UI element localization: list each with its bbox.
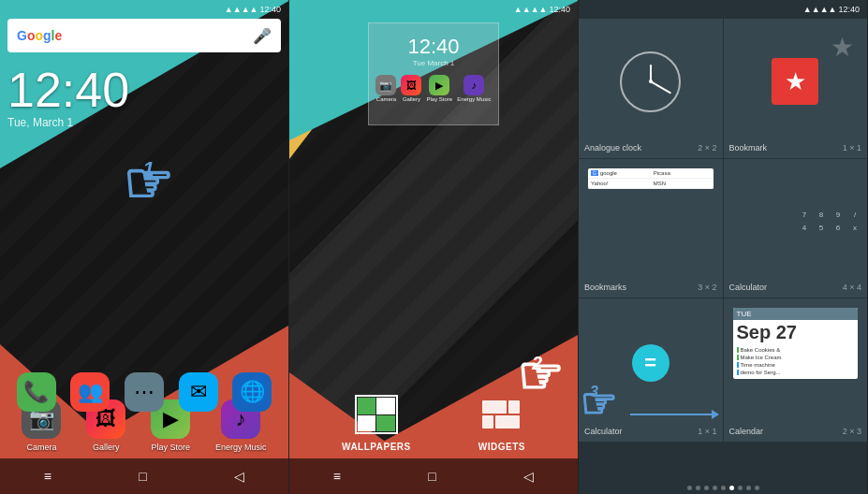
phone-app[interactable]: 📞: [17, 372, 56, 412]
calendar-preview: TUE Sep 27 Bake Cookies & Make Ice Cream…: [729, 304, 862, 423]
mic-icon[interactable]: 🎤: [253, 27, 272, 45]
back-button[interactable]: ◁: [234, 469, 244, 484]
google-logo: Google: [17, 28, 62, 43]
signal-icon: ▲▲▲▲: [225, 5, 258, 14]
bookmarks-widget-name: Bookmarks: [584, 283, 626, 292]
wp-cell4: [376, 415, 395, 432]
wg-row1: [482, 400, 522, 414]
browser-icon: 🌐: [232, 372, 272, 412]
p3-dot-2: [696, 486, 700, 490]
p2-status-bar: ▲▲▲▲ 12:40: [289, 0, 578, 19]
p2-menu-button[interactable]: ≡: [333, 469, 341, 484]
p3-dot-7: [738, 486, 743, 490]
clock-widget: 12:40 Tue, March 1: [7, 65, 129, 129]
calculator-keys: 7 8 9 / 4 5 6 x: [729, 209, 862, 235]
cal-header: TUE: [733, 308, 859, 320]
cal-event-3: Time machine: [737, 362, 855, 368]
preview-gallery-icon: 🖼: [401, 75, 421, 95]
widget-cell-calendar[interactable]: TUE Sep 27 Bake Cookies & Make Ice Cream…: [724, 298, 868, 442]
preview-camera-label: Camera: [376, 96, 396, 102]
p2-signal: ▲▲▲▲: [514, 5, 548, 14]
home-button[interactable]: □: [139, 469, 146, 484]
preview-gallery-label: Gallery: [403, 96, 420, 102]
hand-icon-3: ☞: [581, 380, 617, 426]
analogue-clock-widget: [620, 51, 681, 112]
email-app[interactable]: ✉: [179, 372, 218, 412]
calc-key-4: 4: [798, 223, 811, 234]
calc-key-6: 6: [831, 223, 845, 234]
p2-status-right: ▲▲▲▲ 12:40: [514, 5, 570, 14]
calendar-widget-info: Calendar 2 × 3: [729, 427, 862, 436]
preview-play-icon: ▶: [429, 75, 449, 95]
bw-cell-msn: MSN: [651, 179, 714, 188]
widget-cell-calc-keys[interactable]: 7 8 9 / 4 5 6 x Calculator 4 × 4: [724, 159, 868, 298]
widget-cell-calc-small[interactable]: = ☞ 3 Calculator 1 × 1: [579, 298, 723, 442]
menu-button[interactable]: ≡: [44, 469, 51, 484]
clock-widget-size: 2 × 2: [698, 143, 716, 153]
time-display: 12:40: [259, 5, 281, 14]
widget-cell-bookmark[interactable]: ★ ★ Bookmark 1 × 1: [724, 19, 868, 158]
clock-widget-name: Analogue clock: [584, 143, 641, 153]
cal-date: Sep 27: [733, 320, 859, 345]
playstore-label: Play Store: [151, 443, 190, 452]
wp-cell1: [358, 398, 376, 414]
preview-app-icons: 📷 Camera 🖼 Gallery ▶ Play Store ♪ Energy…: [369, 67, 498, 102]
calc-keys-preview: 7 8 9 / 4 5 6 x: [729, 165, 862, 280]
p2-back-button[interactable]: ◁: [523, 469, 534, 484]
calc-row2: 4 5 6 x: [729, 222, 862, 235]
touch-hint-1: ☞ 1: [124, 150, 174, 215]
wallpapers-menu-item[interactable]: WALLPAPERS: [342, 393, 411, 452]
p2-home-button[interactable]: □: [428, 469, 435, 484]
wallpapers-grid-icon: [355, 395, 398, 434]
touch-number-3: 3: [590, 384, 598, 400]
widget-picker-panel: ▲▲▲▲ 12:40 12:40 Tue March 1 📷 Camera 🖼 …: [289, 0, 579, 494]
calc-small-size: 1 × 1: [698, 427, 716, 436]
p3-signal: ▲▲▲▲: [803, 5, 837, 14]
widget-cell-clock[interactable]: Analogue clock 2 × 2: [579, 19, 723, 158]
bookmark-widget-info: Bookmark 1 × 1: [729, 143, 862, 153]
arrow-head: [712, 410, 719, 419]
secondary-dock: 📞 👥 ⋯ ✉ 🌐: [0, 372, 288, 412]
bw-row-google: G google Picasa: [588, 168, 714, 179]
clock-date: Tue, March 1: [7, 116, 129, 129]
bookmark-preview: ★ ★: [729, 24, 862, 139]
calendar-widget: TUE Sep 27 Bake Cookies & Make Ice Cream…: [733, 308, 859, 379]
p3-dot-5: [721, 486, 726, 490]
preview-music: ♪ Energy Music: [457, 75, 491, 102]
cal-event-1: Bake Cookies &: [737, 347, 855, 353]
bookmark-star-bg: ★: [831, 32, 854, 63]
calendar-widget-name: Calendar: [729, 427, 764, 436]
browser-app[interactable]: 🌐: [232, 372, 272, 412]
p3-status-right: ▲▲▲▲ 12:40: [803, 5, 860, 14]
calc-key-7: 7: [798, 210, 811, 221]
calc-key-9: 9: [831, 210, 845, 221]
bw-row-yahoo: Yahoo! MSN: [588, 179, 714, 189]
phone-icon: 📞: [17, 372, 56, 412]
cal-event-2: Make Ice Cream: [737, 355, 855, 360]
widgets-label: WIDGETS: [478, 442, 525, 452]
bookmark-widget-name: Bookmark: [729, 143, 768, 153]
bw-cell-picasa: Picasa: [651, 168, 714, 178]
widget-grid: Analogue clock 2 × 2 ★ ★ Bookmark 1 × 1 …: [579, 19, 867, 482]
wg-cell1: [482, 400, 507, 414]
apps-icon: ⋯: [125, 372, 164, 412]
p3-dot-9: [755, 486, 759, 490]
bookmarks-widget-info: Bookmarks 3 × 2: [584, 283, 717, 292]
calc-key-8: 8: [815, 210, 828, 221]
bookmarks-widget: G google Picasa Yahoo! MSN: [588, 168, 714, 189]
google-search-bar[interactable]: Google 🎤: [7, 19, 281, 52]
clock-widget-info: Analogue clock 2 × 2: [584, 143, 717, 153]
apps-app[interactable]: ⋯: [125, 372, 164, 412]
contacts-app[interactable]: 👥: [70, 372, 110, 412]
preview-window: 12:40 Tue March 1 📷 Camera 🖼 Gallery ▶ P…: [368, 22, 499, 125]
clock-center: [649, 80, 653, 83]
calc-small-info: Calculator 1 × 1: [584, 427, 717, 436]
camera-label: Camera: [26, 443, 56, 452]
calc-keys-widget-info: Calculator 4 × 4: [729, 283, 862, 292]
status-bar: ▲▲▲▲ 12:40: [0, 0, 288, 19]
p3-dot-4: [713, 486, 717, 490]
preview-clock: 12:40: [369, 35, 498, 59]
widget-cell-bookmarks[interactable]: G google Picasa Yahoo! MSN Bookmarks 3 ×…: [579, 159, 723, 298]
cal-events: Bake Cookies & Make Ice Cream Time machi…: [733, 345, 859, 379]
widgets-grid-icon: [482, 400, 522, 429]
